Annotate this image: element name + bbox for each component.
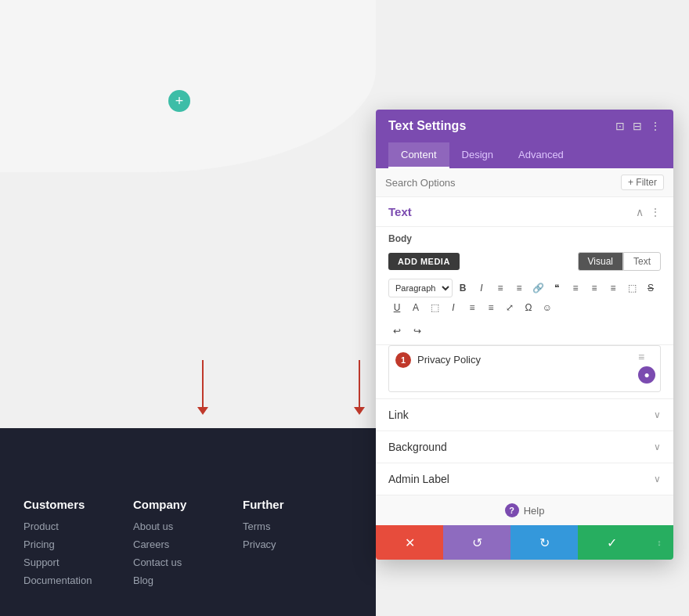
align-right-button[interactable]: ≡: [604, 279, 622, 297]
tab-advanced[interactable]: Advanced: [506, 142, 576, 168]
edit-lines-icon[interactable]: ≡: [638, 351, 655, 363]
editor-top-row: ADD MEDIA Visual Text: [388, 252, 661, 271]
footer-link-contact[interactable]: Contact us: [133, 557, 243, 568]
text-section-header: Text ∧ ⋮: [376, 197, 673, 227]
filter-button[interactable]: + Filter: [621, 175, 664, 190]
align-center-button[interactable]: ≡: [586, 279, 603, 297]
panel-icon-more[interactable]: ⋮: [650, 120, 661, 132]
paragraph-select[interactable]: Paragraph: [388, 279, 453, 297]
undo-button[interactable]: ↩: [388, 322, 406, 340]
footer-link-terms[interactable]: Terms: [243, 521, 352, 532]
numbered-badge: 1: [395, 352, 411, 368]
help-label: Help: [524, 505, 545, 517]
footer-col-further-title: Further: [243, 498, 352, 511]
footer-col-company: Company About us Careers Contact us Blog: [133, 498, 243, 593]
footer-col-customers: Customers Product Pricing Support Docume…: [23, 498, 133, 593]
link-chevron-icon: ∨: [654, 409, 661, 420]
section-menu-icon[interactable]: ⋮: [650, 206, 661, 218]
link-section[interactable]: Link ∨: [376, 398, 673, 430]
add-media-button[interactable]: ADD MEDIA: [388, 253, 460, 270]
confirm-button[interactable]: ✓: [578, 525, 645, 560]
footer-link-privacy[interactable]: Privacy: [243, 539, 352, 550]
background-section-title: Background: [388, 441, 447, 453]
ordered-list-button[interactable]: ≡: [510, 279, 528, 297]
background-section[interactable]: Background ∨: [376, 430, 673, 463]
link-button[interactable]: 🔗: [529, 279, 547, 297]
reset-button[interactable]: ↺: [443, 525, 510, 560]
panel-header-icons: ⊡ ⊟ ⋮: [615, 120, 661, 132]
special-char-button[interactable]: Ω: [520, 299, 537, 316]
panel-title: Text Settings: [388, 119, 466, 133]
text-edit-area[interactable]: 1 Privacy Policy ≡ ●: [388, 345, 661, 392]
panel-icon-columns[interactable]: ⊟: [633, 120, 642, 132]
footer-link-about[interactable]: About us: [133, 521, 243, 532]
footer-link-blog[interactable]: Blog: [133, 575, 243, 586]
cancel-button[interactable]: ✕: [376, 525, 443, 560]
text-content[interactable]: Privacy Policy: [395, 352, 654, 366]
arrow-down-1: [197, 360, 208, 415]
admin-label-chevron-icon: ∨: [654, 474, 661, 485]
add-element-button[interactable]: +: [168, 90, 190, 112]
footer-col-customers-title: Customers: [23, 498, 133, 511]
emoji-button[interactable]: ☺: [539, 299, 556, 316]
rich-text-toolbar: Paragraph B I ≡ ≡ 🔗 ❝ ≡ ≡ ≡ ⬚ S U A ⬚ I …: [388, 276, 661, 319]
help-button[interactable]: ? Help: [505, 503, 545, 517]
tab-content[interactable]: Content: [388, 142, 449, 168]
table-button[interactable]: ⬚: [623, 279, 640, 297]
footer-col-company-title: Company: [133, 498, 243, 511]
editor-toolbar: ADD MEDIA Visual Text Paragraph B I ≡ ≡ …: [376, 247, 673, 345]
footer-link-documentation[interactable]: Documentation: [23, 575, 133, 586]
background-chevron-icon: ∨: [654, 441, 661, 452]
panel-header: Text Settings ⊡ ⊟ ⋮: [376, 110, 673, 142]
unordered-list-button[interactable]: ≡: [492, 279, 509, 297]
refresh-button[interactable]: ↻: [510, 525, 578, 560]
body-label: Body: [376, 227, 673, 247]
text-settings-panel: Text Settings ⊡ ⊟ ⋮ Content Design Advan…: [376, 110, 673, 560]
view-text-button[interactable]: Text: [623, 252, 661, 271]
arrow-down-2: [354, 360, 365, 415]
view-toggle: Visual Text: [578, 252, 661, 271]
fullscreen-button[interactable]: ⤢: [501, 299, 518, 316]
italic-button[interactable]: I: [473, 279, 490, 297]
underline-button[interactable]: U: [388, 299, 406, 316]
redo-button[interactable]: ↪: [409, 322, 426, 340]
panel-body: Text ∧ ⋮ Body ADD MEDIA Visual Text Para…: [376, 197, 673, 525]
admin-label-section-title: Admin Label: [388, 473, 449, 485]
italic2-button[interactable]: I: [445, 299, 462, 316]
help-circle-icon: ?: [505, 503, 519, 517]
text-edit-icons: ≡ ●: [638, 351, 655, 384]
footer-link-support[interactable]: Support: [23, 557, 133, 568]
view-visual-button[interactable]: Visual: [578, 252, 623, 271]
action-bar: ✕ ↺ ↻ ✓ ↕: [376, 525, 673, 560]
bold-button[interactable]: B: [454, 279, 471, 297]
footer-col-further: Further Terms Privacy: [243, 498, 352, 593]
section-collapse-icon[interactable]: ∧: [636, 206, 644, 218]
edit-confirm-icon[interactable]: ●: [638, 366, 655, 384]
section-controls: ∧ ⋮: [636, 206, 661, 218]
undo-redo-toolbar: ↩ ↪: [388, 319, 661, 340]
paste-button[interactable]: ⬚: [426, 299, 443, 316]
panel-tabs: Content Design Advanced: [376, 142, 673, 168]
action-bar-end[interactable]: ↕: [645, 525, 673, 560]
font-color-button[interactable]: A: [407, 299, 424, 316]
footer-link-pricing[interactable]: Pricing: [23, 539, 133, 550]
text-section-title: Text: [388, 205, 412, 218]
outdent-button[interactable]: ≡: [482, 299, 500, 316]
footer-link-careers[interactable]: Careers: [133, 539, 243, 550]
search-input[interactable]: [385, 177, 621, 189]
blockquote-button[interactable]: ❝: [548, 279, 565, 297]
footer-columns: Customers Product Pricing Support Docume…: [0, 498, 376, 593]
indent-button[interactable]: ≡: [464, 299, 481, 316]
admin-label-section[interactable]: Admin Label ∨: [376, 463, 673, 495]
panel-search-bar: + Filter: [376, 168, 673, 197]
align-left-button[interactable]: ≡: [567, 279, 584, 297]
panel-icon-screen[interactable]: ⊡: [615, 120, 625, 132]
strikethrough-button[interactable]: S: [642, 279, 659, 297]
footer-link-product[interactable]: Product: [23, 521, 133, 532]
panel-help-footer: ? Help: [376, 495, 673, 525]
link-section-title: Link: [388, 409, 409, 421]
tab-design[interactable]: Design: [449, 142, 506, 168]
